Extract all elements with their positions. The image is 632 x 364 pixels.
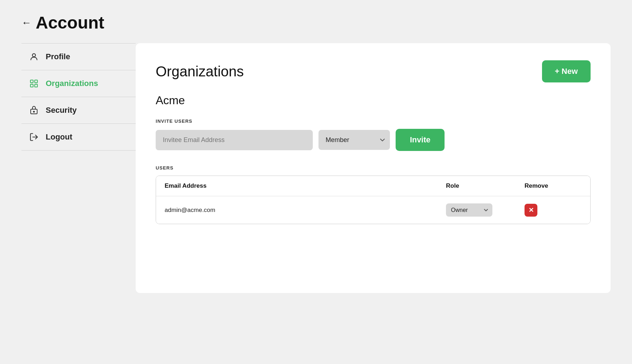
- lock-icon: [29, 105, 39, 116]
- col-email-header: Email Address: [165, 182, 446, 189]
- svg-rect-1: [30, 80, 33, 83]
- organizations-title: Organizations: [156, 64, 244, 80]
- svg-rect-4: [35, 84, 37, 87]
- invite-row: Member Admin Owner Invite: [156, 129, 591, 151]
- new-organization-button[interactable]: + New: [542, 60, 591, 82]
- main-layout: Profile Organizations Sec: [21, 43, 611, 293]
- invite-users-label: INVITE USERS: [156, 118, 591, 124]
- sidebar-item-security[interactable]: Security: [21, 97, 136, 124]
- remove-user-button[interactable]: ✕: [525, 204, 537, 217]
- org-name: Acme: [156, 94, 591, 107]
- sidebar: Profile Organizations Sec: [21, 43, 136, 293]
- col-role-header: Role: [446, 182, 525, 189]
- svg-rect-2: [35, 80, 37, 83]
- page-title: Account: [36, 13, 104, 32]
- person-icon: [29, 51, 39, 62]
- invite-button[interactable]: Invite: [396, 129, 445, 151]
- svg-point-0: [32, 54, 36, 57]
- users-table: Email Address Role Remove admin@acme.com…: [156, 176, 591, 224]
- svg-point-6: [34, 111, 35, 112]
- logout-icon: [29, 132, 39, 142]
- grid-icon: [29, 78, 39, 89]
- sidebar-item-logout[interactable]: Logout: [21, 124, 136, 151]
- sidebar-label-organizations: Organizations: [46, 79, 98, 88]
- col-remove-header: Remove: [525, 182, 582, 189]
- remove-cell: ✕: [525, 204, 582, 217]
- user-role-cell: Owner Member Admin: [446, 203, 525, 217]
- users-section-label: USERS: [156, 165, 591, 171]
- page-header: ← Account: [0, 0, 632, 43]
- sidebar-label-profile: Profile: [46, 52, 70, 61]
- table-header-row: Email Address Role Remove: [156, 176, 590, 196]
- sidebar-label-security: Security: [46, 106, 77, 115]
- svg-rect-3: [30, 84, 33, 87]
- user-role-select[interactable]: Owner Member Admin: [446, 203, 492, 217]
- sidebar-item-profile[interactable]: Profile: [21, 43, 136, 70]
- invite-role-select[interactable]: Member Admin Owner: [318, 130, 390, 150]
- sidebar-item-organizations[interactable]: Organizations: [21, 70, 136, 97]
- invite-email-input[interactable]: [156, 130, 313, 150]
- user-email: admin@acme.com: [165, 207, 446, 214]
- back-button[interactable]: ←: [21, 17, 31, 29]
- content-panel: Organizations + New Acme INVITE USERS Me…: [136, 43, 611, 293]
- content-header: Organizations + New: [156, 60, 591, 82]
- sidebar-label-logout: Logout: [46, 132, 72, 142]
- table-row: admin@acme.com Owner Member Admin ✕: [156, 196, 590, 224]
